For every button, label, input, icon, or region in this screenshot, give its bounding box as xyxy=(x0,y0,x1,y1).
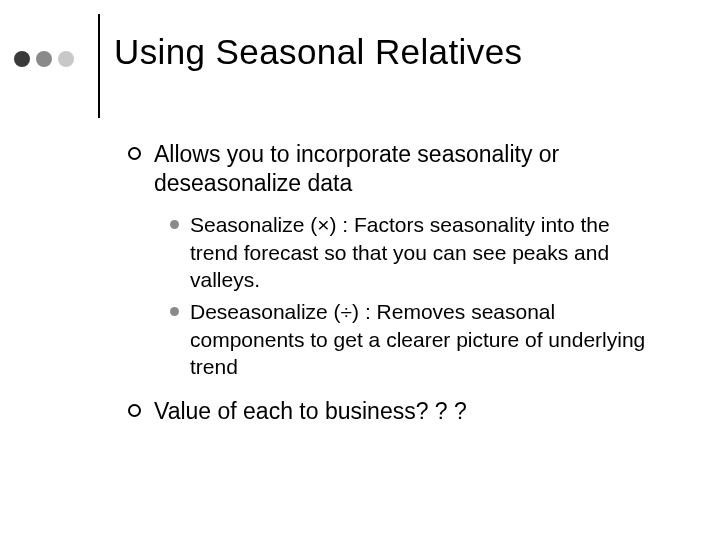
dot-icon xyxy=(14,51,30,67)
list-item-text: Value of each to business? ? ? xyxy=(154,398,467,424)
list-item-text: Seasonalize (×) : Factors seasonality in… xyxy=(190,213,610,291)
ring-bullet-icon xyxy=(128,147,141,160)
list-item-text: Deseasonalize (÷) : Removes seasonal com… xyxy=(190,300,645,378)
list-item-text: Allows you to incorporate seasonality or… xyxy=(154,141,559,196)
dot-icon xyxy=(58,51,74,67)
dot-icon xyxy=(36,51,52,67)
decorative-dots xyxy=(14,51,74,67)
list-item: Deseasonalize (÷) : Removes seasonal com… xyxy=(170,298,658,381)
disc-bullet-icon xyxy=(170,307,179,316)
list-item: Value of each to business? ? ? xyxy=(128,397,658,426)
ring-bullet-icon xyxy=(128,404,141,417)
list-item: Allows you to incorporate seasonality or… xyxy=(128,140,658,199)
slide-title: Using Seasonal Relatives xyxy=(114,32,522,72)
sub-list: Seasonalize (×) : Factors seasonality in… xyxy=(170,211,658,381)
disc-bullet-icon xyxy=(170,220,179,229)
slide-body: Allows you to incorporate seasonality or… xyxy=(128,140,658,439)
slide: Using Seasonal Relatives Allows you to i… xyxy=(0,0,720,540)
list-item: Seasonalize (×) : Factors seasonality in… xyxy=(170,211,658,294)
vertical-rule xyxy=(98,14,100,118)
